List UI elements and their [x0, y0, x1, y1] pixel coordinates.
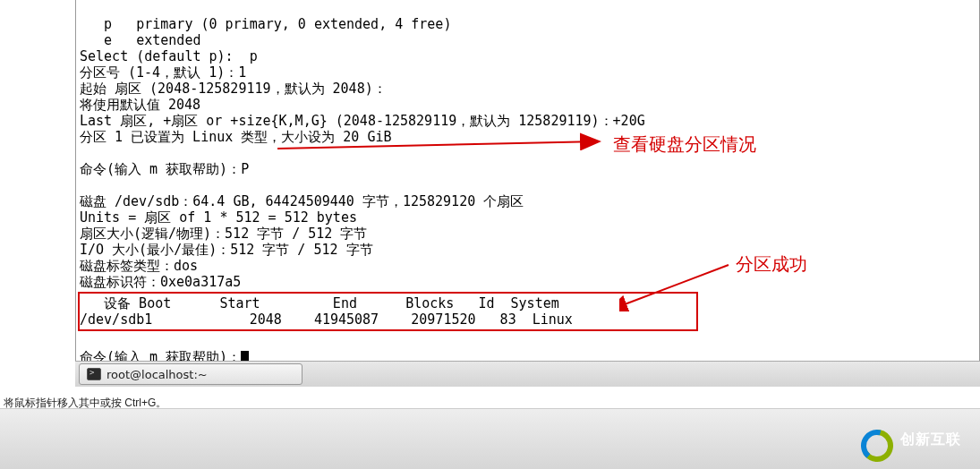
highlighted-partition-table: 设备 Boot Start End Blocks Id System /dev/… [78, 292, 698, 331]
term-line: p primary (0 primary, 0 extended, 4 free… [80, 16, 451, 32]
taskbar-app-title: root@localhost:~ [107, 368, 208, 381]
terminal-output: p primary (0 primary, 0 extended, 4 free… [76, 0, 979, 381]
term-line: Select (default p): p [80, 48, 258, 64]
bottom-panel [0, 408, 980, 469]
term-line: 磁盘标识符：0xe0a317a5 [80, 274, 241, 290]
term-line: 磁盘标签类型：dos [80, 258, 198, 274]
term-line: 起始 扇区 (2048-125829119，默认为 2048)： [80, 81, 387, 97]
taskbar: root@localhost:~ [75, 361, 980, 387]
term-line: Last 扇区, +扇区 or +size{K,M,G} (2048-12582… [80, 113, 645, 129]
terminal-window[interactable]: p primary (0 primary, 0 extended, 4 free… [75, 0, 980, 387]
term-line: 分区号 (1-4，默认 1)：1 [80, 64, 246, 81]
logo-text-cn: 创新互联 [900, 431, 975, 448]
term-line: Units = 扇区 of 1 * 512 = 512 bytes [80, 209, 357, 226]
term-line: 将使用默认值 2048 [80, 97, 200, 113]
term-line: I/O 大小(最小/最佳)：512 字节 / 512 字节 [80, 242, 373, 258]
brand-logo: 创新互联 CHUANG XIN HU LIAN [859, 428, 975, 464]
term-line: 命令(输入 m 获取帮助)：P [80, 161, 249, 177]
logo-mark-icon [859, 428, 895, 464]
term-line: 扇区大小(逻辑/物理)：512 字节 / 512 字节 [80, 226, 367, 242]
term-line: 磁盘 /dev/sdb：64.4 GB, 64424509440 字节，1258… [80, 193, 524, 209]
taskbar-app-button[interactable]: root@localhost:~ [79, 363, 303, 385]
term-line: e extended [80, 32, 200, 48]
terminal-icon [87, 368, 101, 380]
term-line: /dev/sdb1 2048 41945087 20971520 83 Linu… [80, 311, 573, 328]
term-line: 分区 1 已设置为 Linux 类型，大小设为 20 GiB [80, 129, 392, 145]
term-line: 设备 Boot Start End Blocks Id System [80, 295, 559, 311]
logo-text-en: CHUANG XIN HU LIAN [900, 448, 975, 455]
